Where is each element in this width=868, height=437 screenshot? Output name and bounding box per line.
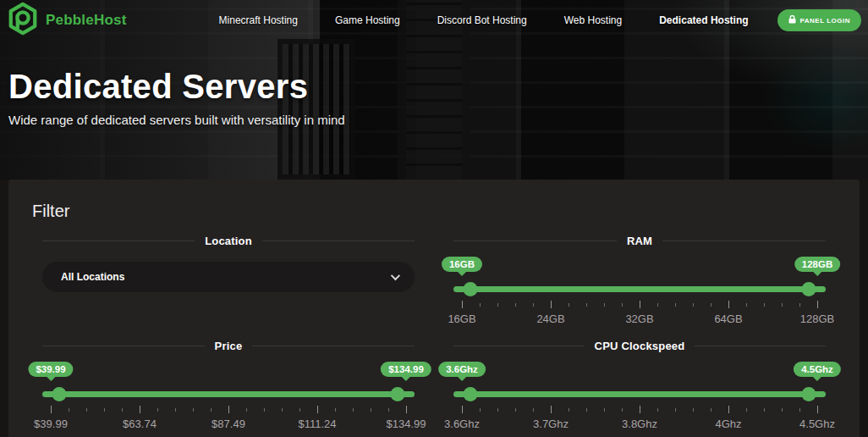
- ram-section-header: RAM: [453, 235, 826, 246]
- major-tick: [228, 406, 229, 413]
- tick-label: 128GB: [800, 313, 834, 325]
- hero-text-block: Dedicated Servers Wide range of dedicate…: [8, 68, 345, 127]
- ram-label: RAM: [627, 235, 652, 247]
- top-navigation-bar: PebbleHost Minecraft Hosting Game Hostin…: [0, 0, 868, 41]
- major-tick: [406, 406, 407, 413]
- cpu-clockspeed-label: CPU Clockspeed: [595, 340, 685, 352]
- major-tick: [140, 406, 140, 413]
- divider: [453, 346, 585, 346]
- location-selected-value: All Locations: [61, 271, 124, 283]
- hero-section: PebbleHost Minecraft Hosting Game Hostin…: [0, 0, 868, 180]
- tick-label: $87.49: [212, 418, 245, 430]
- divider: [695, 346, 826, 346]
- divider: [262, 241, 415, 241]
- tick-label: 4.5Ghz: [799, 418, 835, 430]
- tick-label: 16GB: [448, 313, 475, 325]
- price-section-header: Price: [42, 340, 415, 351]
- ram-filter-section: RAM 16GB 128GB: [453, 235, 826, 329]
- page-subtitle: Wide range of dedicated servers built wi…: [8, 113, 345, 127]
- tick-label: 3.8Ghz: [622, 418, 657, 430]
- major-tick: [817, 406, 818, 413]
- chevron-down-icon: [391, 271, 400, 280]
- major-tick: [551, 301, 552, 308]
- main-nav: Minecraft Hosting Game Hosting Discord B…: [219, 14, 749, 26]
- pebblehost-logo[interactable]: PebbleHost: [7, 2, 127, 39]
- tick-label: 64GB: [714, 313, 742, 325]
- price-slider-max-handle[interactable]: [391, 387, 405, 401]
- location-filter-section: Location All Locations: [42, 235, 415, 329]
- filter-title: Filter: [8, 180, 860, 221]
- location-section-header: Location: [42, 235, 415, 246]
- nav-item-discord-bot-hosting[interactable]: Discord Bot Hosting: [437, 14, 527, 26]
- nav-item-web-hosting[interactable]: Web Hosting: [564, 14, 622, 26]
- panel-login-label: PANEL LOGIN: [800, 17, 850, 25]
- nav-item-game-hosting[interactable]: Game Hosting: [335, 14, 400, 26]
- major-tick: [462, 301, 463, 308]
- price-label: Price: [215, 340, 243, 352]
- cpu-clockspeed-filter-section: CPU Clockspeed 3.6Ghz 4.5Ghz: [453, 340, 826, 434]
- major-tick: [51, 406, 52, 413]
- cpu-slider-min-handle[interactable]: [464, 387, 478, 401]
- panel-login-button[interactable]: PANEL LOGIN: [777, 9, 861, 31]
- filter-panel: Filter Location All Locations RAM: [8, 180, 860, 437]
- ram-range-slider: 16GB 128GB 16GB 24G: [453, 257, 826, 329]
- major-tick: [817, 301, 818, 308]
- price-range-slider: $39.99 $134.99 $39.99: [42, 362, 415, 434]
- tick-label: $134.99: [387, 418, 426, 430]
- tick-label: 3.7Ghz: [533, 418, 569, 430]
- tick-label: 24GB: [536, 313, 564, 325]
- major-tick: [728, 406, 729, 413]
- divider: [453, 241, 617, 241]
- nav-item-minecraft-hosting[interactable]: Minecraft Hosting: [219, 14, 298, 26]
- tick-label: 32GB: [625, 313, 653, 325]
- ram-slider-tick-labels: 16GB 24GB 32GB 64GB 128GB: [462, 313, 817, 326]
- major-tick: [317, 406, 318, 413]
- major-tick: [551, 406, 552, 413]
- tick-label: $63.74: [123, 418, 157, 430]
- price-slider-min-handle[interactable]: [52, 387, 67, 401]
- price-slider-tick-labels: $39.99 $63.74 $87.49 $111.24 $134.99: [51, 418, 406, 431]
- price-slider-ticks: [51, 406, 406, 414]
- tick-label: $39.99: [34, 418, 68, 430]
- price-filter-section: Price $39.99 $134.99: [42, 340, 415, 434]
- cpu-slider-max-handle[interactable]: [802, 387, 816, 401]
- tick-label: 3.6Ghz: [444, 418, 480, 430]
- ram-slider-max-handle[interactable]: [802, 282, 816, 296]
- lock-icon: [788, 15, 796, 25]
- major-tick: [640, 406, 640, 413]
- nav-item-dedicated-hosting[interactable]: Dedicated Hosting: [659, 14, 748, 26]
- tick-label: $111.24: [298, 418, 336, 430]
- divider: [42, 241, 195, 241]
- cpu-range-slider: 3.6Ghz 4.5Ghz 3.6Ghz: [453, 362, 826, 434]
- ram-slider-min-handle[interactable]: [464, 282, 478, 296]
- major-tick: [462, 406, 463, 413]
- brand-name: PebbleHost: [46, 12, 127, 29]
- major-tick: [728, 301, 729, 308]
- cpu-section-header: CPU Clockspeed: [453, 340, 826, 351]
- location-label: Location: [205, 235, 252, 247]
- divider: [252, 346, 415, 346]
- page-title: Dedicated Servers: [8, 68, 345, 106]
- location-dropdown[interactable]: All Locations: [42, 262, 415, 292]
- cpu-slider-ticks: [462, 406, 817, 414]
- cpu-slider-tick-labels: 3.6Ghz 3.7Ghz 3.8Ghz 4Ghz 4.5Ghz: [462, 418, 817, 431]
- tick-label: 4Ghz: [715, 418, 741, 430]
- divider: [662, 241, 826, 241]
- filter-grid: Location All Locations RAM 16GB 128GB: [8, 221, 860, 434]
- major-tick: [640, 301, 640, 308]
- ram-slider-ticks: [462, 301, 817, 309]
- pebblehost-logo-icon: [7, 2, 39, 39]
- divider: [42, 346, 205, 346]
